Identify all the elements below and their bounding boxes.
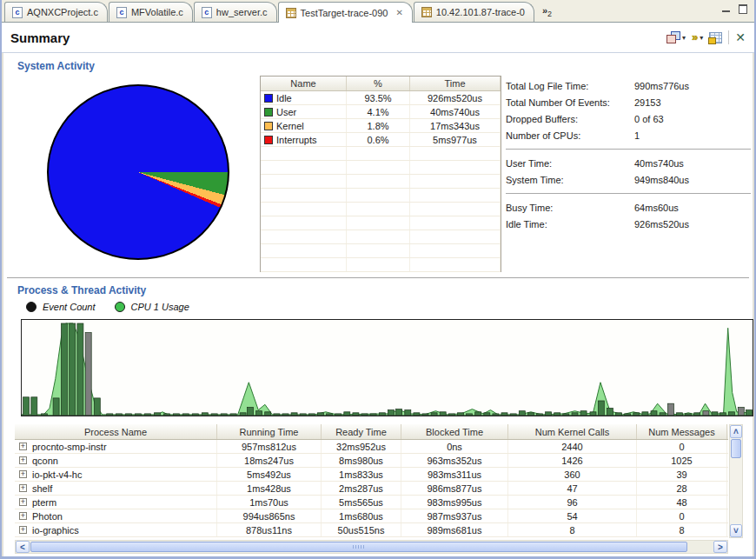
expand-plus-icon[interactable]: + — [19, 443, 27, 450]
column-header[interactable]: Blocked Time — [401, 424, 508, 439]
value-cell: 18ms247us — [217, 454, 322, 467]
view-header: Summary ▾ » ▾ ✕ — [2, 23, 754, 53]
editor-tab[interactable]: 10.42.101.87-trace-0 — [414, 2, 534, 22]
editor-tab[interactable]: TestTarget-trace-090✕ — [278, 2, 413, 23]
table-row[interactable]: +procnto-smp-instr957ms812us32ms952us0ns… — [15, 440, 728, 454]
stat-value: 40ms740us — [634, 158, 684, 169]
event-count-bar — [728, 412, 734, 416]
scroll-up-button[interactable]: ˄ — [730, 425, 742, 438]
column-header[interactable]: Time — [410, 77, 501, 90]
switch-pane-button[interactable]: ▾ — [666, 31, 686, 43]
stat-value: 29153 — [634, 97, 661, 108]
empty-row — [261, 216, 501, 230]
event-count-bar — [256, 411, 262, 416]
table-row[interactable]: +Photon994us865ns1ms680us987ms937us540 — [15, 509, 728, 523]
expand-plus-icon[interactable]: + — [19, 498, 27, 506]
section-separator — [7, 277, 749, 278]
horizontal-scroll-track[interactable] — [30, 541, 713, 553]
scroll-right-button[interactable]: ˃ — [713, 541, 727, 553]
cpu-usage-area — [22, 323, 753, 416]
empty-cell — [261, 203, 347, 216]
color-swatch — [264, 136, 273, 144]
table-row[interactable]: User4.1%40ms740us — [261, 105, 501, 119]
navigate-trace-button[interactable]: » ▾ — [692, 32, 703, 43]
stat-value: 949ms840us — [634, 175, 689, 185]
process-name-cell: +pterm — [15, 496, 217, 509]
legend-item: CPU 1 Usage — [115, 302, 189, 312]
stat-row: Idle Time:926ms520us — [506, 216, 751, 232]
empty-cell — [410, 175, 501, 188]
close-tab-icon[interactable]: ✕ — [395, 8, 402, 17]
state-name: User — [276, 107, 296, 117]
table-row[interactable]: +pterm1ms70us5ms565us983ms995us9648 — [15, 496, 728, 509]
table-row[interactable]: +io-pkt-v4-hc5ms492us1ms833us983ms311us3… — [15, 468, 728, 482]
editor-tab[interactable]: cAQNXCProject.c — [4, 2, 108, 22]
empty-cell — [347, 175, 410, 188]
value-cell: 50us515ns — [322, 523, 401, 536]
close-view-icon[interactable]: ✕ — [735, 31, 746, 43]
column-header[interactable]: Name — [261, 77, 347, 90]
process-name: shelf — [32, 483, 52, 494]
event-count-bar — [344, 412, 350, 416]
state-name: Idle — [276, 93, 292, 103]
lock-grid-icon — [709, 32, 722, 43]
expand-plus-icon[interactable]: + — [19, 484, 27, 492]
value-cell: 54 — [508, 509, 637, 522]
process-name: io-graphics — [32, 525, 79, 536]
time-cell: 926ms520us — [410, 91, 501, 104]
event-count-bar — [667, 403, 673, 416]
editor-tab[interactable]: cMFVolatile.c — [109, 2, 193, 22]
value-cell: 5ms492us — [217, 468, 322, 481]
expand-plus-icon[interactable]: + — [19, 470, 27, 478]
column-header[interactable]: Ready Time — [322, 424, 401, 439]
stat-row: Total Log File Time:990ms776us — [506, 77, 751, 94]
table-row[interactable]: Idle93.5%926ms520us — [261, 91, 501, 105]
expand-plus-icon[interactable]: + — [19, 512, 27, 520]
maximize-icon[interactable] — [738, 4, 747, 13]
empty-cell — [261, 244, 347, 257]
column-header[interactable]: Running Time — [217, 424, 322, 439]
minimize-icon[interactable] — [721, 4, 731, 13]
event-count-bar — [519, 411, 525, 416]
value-cell: 39 — [637, 468, 727, 481]
lock-table-button[interactable] — [709, 32, 722, 43]
column-header[interactable]: % — [347, 77, 410, 90]
column-header[interactable]: Process Name — [15, 424, 217, 439]
table-row[interactable]: Kernel1.8%17ms343us — [261, 119, 501, 133]
column-header[interactable]: Num Messages — [637, 424, 727, 439]
expand-plus-icon[interactable]: + — [19, 456, 27, 464]
percent-cell: 93.5% — [347, 91, 410, 104]
column-header[interactable]: Num Kernel Calls — [508, 424, 637, 439]
scroll-left-button[interactable]: ˂ — [16, 541, 30, 553]
expand-plus-icon[interactable]: + — [19, 526, 27, 534]
table-row[interactable]: +io-graphics878us11ns50us515ns989ms681us… — [15, 523, 728, 537]
empty-cell — [410, 244, 501, 257]
table-row[interactable]: +shelf1ms428us2ms287us986ms877us4728 — [15, 482, 728, 496]
panes-icon — [666, 31, 680, 43]
table-row[interactable]: +qconn18ms247us8ms980us963ms352us1426102… — [15, 454, 728, 468]
tab-label: hw_server.c — [216, 7, 268, 17]
state-name: Kernel — [276, 121, 304, 131]
event-count-bar — [61, 323, 67, 416]
table-row[interactable]: Interrupts0.6%5ms977us — [261, 133, 501, 147]
value-cell: 2ms287us — [322, 482, 401, 495]
state-name: Interrupts — [276, 135, 316, 145]
stat-value: 64ms60us — [634, 203, 679, 213]
horizontal-scroll-thumb[interactable] — [30, 542, 687, 552]
editor-tab[interactable]: chw_server.c — [194, 2, 277, 22]
empty-cell — [410, 203, 501, 216]
tab-overflow[interactable]: »2 — [542, 5, 552, 18]
page-title: Summary — [10, 30, 70, 45]
stat-label: User Time: — [506, 158, 634, 169]
value-cell: 28 — [637, 482, 727, 495]
vertical-scroll-track[interactable] — [730, 459, 742, 524]
stat-label: Idle Time: — [506, 219, 634, 230]
view-toolbar: ▾ » ▾ ✕ — [666, 30, 746, 44]
scroll-down-button[interactable]: ˅ — [730, 524, 742, 537]
summary-content: System Activity Name%TimeIdle93.5%926ms5… — [2, 53, 754, 556]
vertical-scrollbar[interactable]: ˄ ˅ — [729, 424, 743, 538]
empty-cell — [261, 147, 347, 160]
horizontal-scrollbar[interactable]: ˂ ˃ — [15, 540, 728, 554]
value-cell: 878us11ns — [217, 523, 322, 536]
vertical-scroll-thumb[interactable] — [731, 439, 741, 458]
